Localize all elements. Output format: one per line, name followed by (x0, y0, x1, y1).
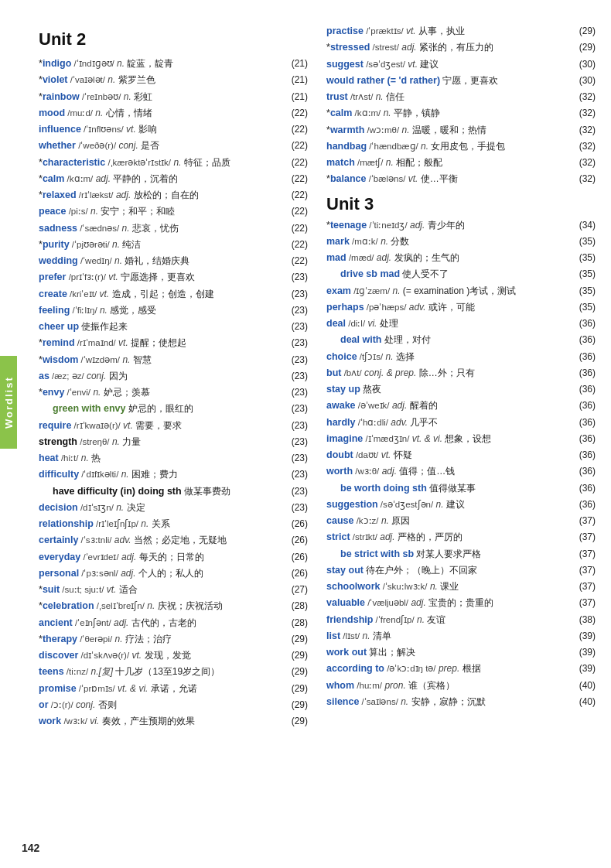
word-english: work (39, 716, 61, 726)
word-pos: n. (120, 354, 130, 365)
word-english: but (326, 367, 341, 378)
word-page-num: (22) (283, 237, 308, 252)
word-pos: conj. (116, 140, 138, 151)
word-phonetic: /rɪˈleɪʃnʃɪp/ (94, 519, 138, 528)
word-english: imagine (326, 433, 363, 444)
list-item: list /lɪst/ n. 清单(39) (326, 628, 596, 644)
word-page-num: (29) (283, 664, 308, 679)
word-page-num: (21) (283, 72, 308, 87)
word-pos: adv. (111, 535, 131, 545)
word-page-num: (29) (283, 697, 308, 713)
word-pos: vt. (121, 420, 133, 431)
word-english: calm (43, 173, 65, 184)
list-item: drive sb mad 使人受不了(35) (326, 266, 596, 282)
unit2-title: Unit 2 (39, 29, 308, 50)
word-phonetic: /ˈdɪfɪkəlti/ (79, 470, 118, 479)
word-chinese: 十几岁（13至19岁之间） (113, 666, 220, 677)
word-english: promise (39, 683, 77, 694)
word-english: mood (39, 108, 65, 118)
list-item: difficulty /ˈdɪfɪkəlti/ n. 困难；费力(23) (39, 466, 308, 483)
word-phonetic: /kɑːm/ (64, 174, 93, 183)
word-pos: n. (373, 91, 383, 102)
word-english: discover (39, 650, 78, 661)
word-english: envy (43, 387, 65, 398)
list-item: would rather (= 'd rather) 宁愿，更喜欢(30) (326, 73, 596, 89)
word-page-num: (36) (571, 332, 596, 347)
word-phonetic: /suːt; sjuːt/ (60, 585, 104, 594)
list-item: decision /dɪˈsɪʒn/ n. 决定(23) (39, 500, 308, 516)
word-chinese: 承诺，允诺 (148, 683, 196, 694)
word-english: peace (39, 206, 66, 217)
word-chinese: 个人的；私人的 (135, 568, 203, 579)
list-item: mood /muːd/ n. 心情，情绪(22) (39, 105, 308, 121)
word-chinese: 宝贵的；贵重的 (426, 597, 493, 608)
word-pos: n. (171, 157, 181, 168)
word-phonetic: /tʃɔɪs/ (357, 352, 384, 361)
word-english: list (326, 630, 340, 641)
word-page-num: (37) (571, 529, 596, 545)
word-pos: adj. (379, 466, 397, 477)
word-pos: n. (383, 157, 393, 168)
word-english: cheer up (39, 321, 79, 332)
list-item: *wisdom /ˈwɪzdəm/ n. 智慧(23) (39, 352, 308, 368)
word-phonetic: /diːl/ (346, 319, 365, 328)
word-english: wedding (39, 255, 78, 266)
list-item: suggest /səˈdʒest/ vt. 建议(30) (326, 56, 596, 73)
word-page-num: (22) (283, 203, 308, 219)
word-page-num: (22) (283, 171, 308, 186)
word-pos: vt. (405, 59, 418, 70)
word-chinese: 安宁；和平；和睦 (98, 206, 175, 217)
word-page-num: (36) (571, 381, 596, 397)
word-english: schoolwork (326, 581, 380, 592)
word-page-num: (23) (283, 450, 308, 466)
word-pos: n. (383, 351, 393, 362)
word-english: balance (330, 173, 367, 184)
word-page-num: (37) (571, 546, 596, 562)
word-page-num: (26) (283, 566, 308, 581)
word-page-num: (23) (283, 335, 308, 350)
list-item: deal with 处理，对付(36) (326, 332, 596, 348)
word-pos: vt. (378, 449, 391, 460)
word-chinese: 因为 (106, 371, 127, 381)
word-pos: n. (360, 630, 370, 641)
list-item: silence /ˈsaɪləns/ n. 安静，寂静；沉默(40) (326, 694, 596, 710)
list-item: *remind /rɪˈmaɪnd/ vt. 提醒；使想起(23) (39, 335, 308, 351)
word-chinese: 当然；必定地，无疑地 (131, 535, 227, 545)
list-item: match /mætʃ/ n. 相配；般配(32) (326, 155, 596, 171)
word-phonetic: /ˈevrɪdeɪ/ (80, 552, 118, 562)
word-chinese: 适合 (116, 584, 137, 595)
word-phonetic: /ˈhɑːdli/ (356, 418, 389, 427)
word-phonetic: /ˈfiːlɪŋ/ (70, 306, 97, 315)
word-chinese: 需要，要求 (133, 420, 182, 431)
word-page-num: (22) (283, 121, 308, 137)
word-english: mad (326, 252, 346, 263)
word-phonetic: /strɪkt/ (350, 532, 377, 542)
list-item: sadness /ˈsædnəs/ n. 悲哀，忧伤(22) (39, 220, 308, 237)
word-phonetic: /ˈprɒmɪs/ (77, 684, 115, 693)
word-english: stressed (330, 42, 370, 53)
list-item: whom /huːm/ pron. 谁（宾格）(40) (326, 678, 596, 694)
word-pos: vt. (106, 272, 118, 282)
word-chinese: 分数 (388, 236, 409, 247)
word-page-num: (35) (571, 299, 596, 315)
word-english: friendship (326, 614, 373, 625)
word-chinese: 庆祝；庆祝活动 (155, 600, 222, 611)
list-item: work out 算出；解决(39) (326, 644, 596, 661)
word-pos: n. (110, 239, 120, 250)
word-chinese: 古代的，古老的 (128, 617, 196, 628)
word-pos: n. (112, 634, 122, 644)
left-column: Unit 2 *indigo /ˈɪndɪɡəʊ/ n. 靛蓝，靛青(21)*v… (17, 23, 317, 845)
word-english: suggest (326, 59, 364, 70)
word-chinese: 信任 (384, 91, 404, 102)
word-english: create (39, 289, 67, 299)
word-phonetic: /səˈdʒestʃən/ (378, 500, 433, 509)
word-chinese: 相配；般配 (394, 157, 442, 168)
word-pos: adv. (406, 302, 425, 313)
word-english: remind (43, 337, 75, 348)
sidebar-label: Wordlist (0, 356, 17, 449)
word-phonetic: /piːs/ (66, 207, 87, 216)
word-phonetic: /ˈwedɪŋ/ (78, 256, 112, 265)
list-item: *rainbow /ˈreɪnbəʊ/ n. 彩虹(21) (39, 89, 308, 105)
word-english: drive sb mad (340, 268, 400, 279)
word-pos: adj. (408, 597, 426, 608)
